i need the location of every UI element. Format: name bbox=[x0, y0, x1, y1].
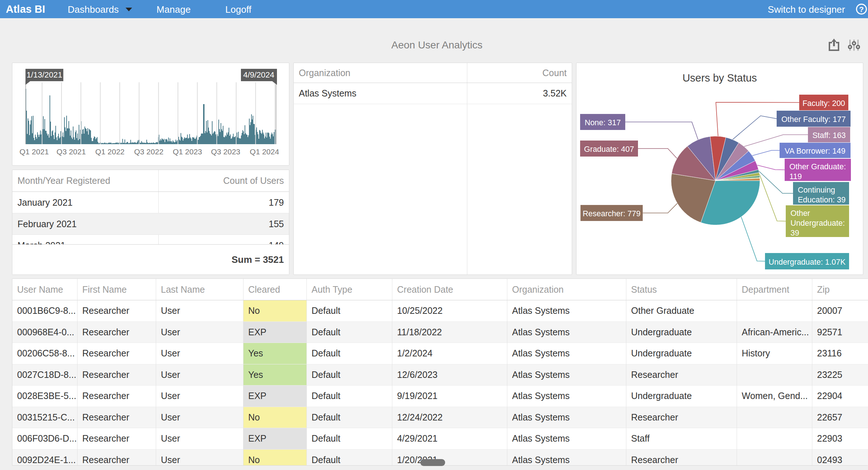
grid-cell: History bbox=[737, 343, 812, 364]
svg-text:Other Graduate:: Other Graduate: bbox=[789, 162, 846, 171]
org-col-header[interactable]: Organization bbox=[294, 63, 467, 83]
count-cell: 179 bbox=[158, 192, 289, 213]
range-axis-label: Q3 2022 bbox=[134, 147, 164, 156]
org-cell: Atlas Systems bbox=[294, 83, 467, 104]
grid-cell: Atlas Systems bbox=[507, 407, 626, 428]
organization-card: Organization Count Atlas Systems3.52K bbox=[293, 63, 572, 275]
pie-callout[interactable]: Other Faculty: 177 bbox=[777, 111, 851, 127]
month-table-sum: Sum = 3521 bbox=[12, 244, 289, 275]
grid-cell: User bbox=[156, 450, 243, 466]
range-selector-card[interactable]: Q1 2021Q3 2021Q1 2022Q3 2022Q1 2023Q3 20… bbox=[12, 63, 289, 166]
pie-callout[interactable]: Other Graduate:119 bbox=[785, 159, 851, 181]
pie-callout[interactable]: None: 317 bbox=[580, 114, 625, 130]
grid-cell: Researcher bbox=[78, 428, 156, 450]
range-selector-chart[interactable]: Q1 2021Q3 2021Q1 2022Q3 2022Q1 2023Q3 20… bbox=[12, 63, 289, 165]
month-table-body: January 2021179February 2021155March 202… bbox=[12, 192, 289, 245]
nav-item-manage[interactable]: Manage bbox=[156, 4, 191, 15]
grid-row[interactable]: 000968E4-0...ResearcherUserEXPDefault11/… bbox=[12, 322, 868, 343]
svg-text:Other Faculty: 177: Other Faculty: 177 bbox=[781, 115, 846, 124]
month-registered-card: Month/Year Registered Count of Users Jan… bbox=[12, 170, 289, 275]
count-col-header[interactable]: Count of Users bbox=[158, 170, 289, 191]
grid-row[interactable]: 00315215-C...ResearcherUserNoDefault12/2… bbox=[12, 407, 868, 428]
user-grid: User NameFirst NameLast NameClearedAuth … bbox=[12, 279, 868, 466]
pie-callout[interactable]: Staff: 163 bbox=[808, 127, 850, 142]
app-logo: Atlas BI bbox=[6, 3, 45, 15]
month-cell: March 2021 bbox=[12, 235, 158, 245]
pie-callout[interactable]: VA Borrower: 149 bbox=[780, 143, 851, 158]
pie-callout[interactable]: ContinuingEducation: 39 bbox=[793, 182, 849, 205]
grid-cell: 22904 bbox=[812, 386, 868, 407]
grid-cell: Default bbox=[307, 364, 392, 386]
grid-cell: 23225 bbox=[812, 364, 868, 386]
pie-callout-line bbox=[752, 150, 780, 156]
pie-callout-line bbox=[741, 217, 765, 261]
grid-row[interactable]: 0028E3BE-5...ResearcherUserEXPDefault9/1… bbox=[12, 386, 868, 407]
pie-callout[interactable]: OtherUndergraduate:39 bbox=[786, 205, 849, 237]
range-flag-start[interactable]: 1/13/2021 bbox=[25, 69, 63, 85]
grid-cell: 23116 bbox=[812, 343, 868, 364]
nav-item-logoff[interactable]: Logoff bbox=[225, 4, 251, 15]
grid-col-header[interactable]: Organization bbox=[507, 279, 626, 300]
nav-item-dashboards[interactable]: Dashboards bbox=[68, 4, 119, 15]
range-axis-label: Q3 2021 bbox=[56, 147, 86, 156]
grid-cell: 1/20/2021 bbox=[392, 450, 507, 466]
parameters-icon[interactable] bbox=[848, 39, 860, 52]
grid-col-header[interactable]: First Name bbox=[78, 279, 156, 300]
svg-text:Faculty: 200: Faculty: 200 bbox=[802, 99, 845, 108]
pie-callout[interactable]: Undergraduate: 1.07K bbox=[765, 253, 849, 269]
switch-to-designer-link[interactable]: Switch to designer bbox=[768, 4, 845, 15]
grid-col-header[interactable]: Status bbox=[626, 279, 737, 300]
range-flag-end[interactable]: 4/9/2024 bbox=[241, 69, 277, 85]
chevron-down-icon[interactable] bbox=[126, 8, 132, 11]
grid-col-header[interactable]: Zip bbox=[812, 279, 868, 300]
users-by-status-pie[interactable]: Undergraduate: 1.07KResearcher: 779Gradu… bbox=[576, 63, 863, 275]
month-table-row[interactable]: January 2021179 bbox=[12, 192, 289, 213]
grid-cell: Researcher bbox=[78, 364, 156, 386]
grid-col-header[interactable]: Cleared bbox=[243, 279, 307, 300]
horizontal-scrollbar-thumb[interactable] bbox=[420, 459, 445, 466]
grid-cell: Researcher bbox=[626, 364, 737, 386]
pie-callout-line bbox=[643, 203, 677, 213]
svg-text:VA Borrower: 149: VA Borrower: 149 bbox=[785, 147, 845, 155]
range-series[interactable] bbox=[25, 89, 276, 144]
grid-col-header[interactable]: User Name bbox=[12, 279, 78, 300]
grid-col-header[interactable]: Department bbox=[737, 279, 812, 300]
month-table-row[interactable]: March 2021149 bbox=[12, 235, 289, 245]
org-count-col-header[interactable]: Count bbox=[467, 63, 572, 83]
grid-cell bbox=[737, 300, 812, 322]
grid-cell: Undergraduate bbox=[626, 343, 737, 364]
svg-text:Education: 39: Education: 39 bbox=[798, 195, 846, 204]
export-icon[interactable] bbox=[829, 39, 839, 52]
grid-cell: Researcher bbox=[78, 386, 156, 407]
pie-callout[interactable]: Graduate: 407 bbox=[580, 141, 638, 157]
grid-cell: 4/29/2021 bbox=[392, 428, 507, 450]
grid-cell: Women, Gend... bbox=[737, 386, 812, 407]
grid-row[interactable]: 006F03D6-D...ResearcherUserEXPDefault4/2… bbox=[12, 428, 868, 450]
grid-row[interactable]: 0027C18D-8...ResearcherUserYesDefault12/… bbox=[12, 364, 868, 386]
grid-col-header[interactable]: Creation Date bbox=[392, 279, 507, 300]
grid-cell: EXP bbox=[243, 428, 307, 450]
grid-cell: Default bbox=[307, 407, 392, 428]
pie-callout[interactable]: Faculty: 200 bbox=[799, 95, 848, 110]
grid-cell: EXP bbox=[243, 386, 307, 407]
pie-callout[interactable]: Researcher: 779 bbox=[580, 205, 643, 221]
org-table-row[interactable]: Atlas Systems3.52K bbox=[294, 83, 572, 104]
month-col-header[interactable]: Month/Year Registered bbox=[12, 170, 158, 191]
svg-text:119: 119 bbox=[789, 172, 802, 181]
grid-cell: 0027C18D-8... bbox=[12, 364, 78, 386]
grid-cell: 22657 bbox=[812, 407, 868, 428]
grid-cell: 12/6/2023 bbox=[392, 364, 507, 386]
help-icon[interactable]: ? bbox=[856, 4, 867, 15]
grid-cell: Default bbox=[307, 386, 392, 407]
grid-row[interactable]: 00206C58-8...ResearcherUserYesDefault1/2… bbox=[12, 343, 868, 364]
svg-text:Undergraduate: 1.07K: Undergraduate: 1.07K bbox=[769, 258, 846, 266]
grid-col-header[interactable]: Auth Type bbox=[307, 279, 392, 300]
range-axis-label: Q1 2023 bbox=[173, 147, 202, 156]
month-table-row[interactable]: February 2021155 bbox=[12, 213, 289, 235]
grid-cell: 12/24/2022 bbox=[392, 407, 507, 428]
grid-col-header[interactable]: Last Name bbox=[156, 279, 243, 300]
grid-cell: Researcher bbox=[78, 322, 156, 343]
svg-text:1/13/2021: 1/13/2021 bbox=[27, 70, 62, 79]
grid-cell: 11/18/2022 bbox=[392, 322, 507, 343]
grid-row[interactable]: 0001B6C9-8...ResearcherUserNoDefault10/2… bbox=[12, 300, 868, 322]
